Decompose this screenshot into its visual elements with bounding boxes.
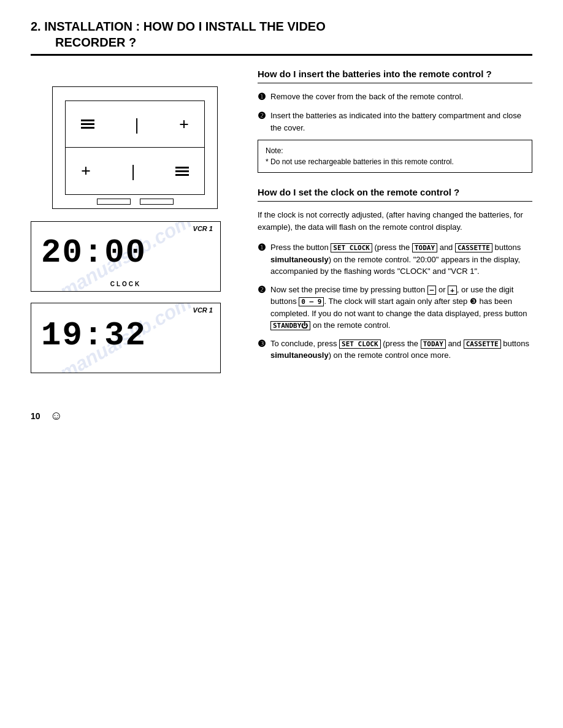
battery-compartment-top: | + [66, 101, 204, 148]
note-box: Note: * Do not use rechargeable batterie… [258, 140, 532, 173]
batteries-heading: How do I insert the batteries into the r… [258, 68, 532, 80]
battery-lines-right [175, 167, 189, 176]
clock-step2-content: Now set the precise time by pressing but… [270, 284, 532, 332]
minus-btn: — [427, 286, 437, 295]
clock-step-3: ❸ To conclude, press SET CLOCK (press th… [258, 338, 532, 362]
step-ref: ❸ [470, 297, 477, 306]
note-title: Note: [266, 146, 283, 155]
vcr-label-1: VCR 1 [193, 225, 213, 232]
batteries-step-2: ❷ Insert the batteries as indicated into… [258, 110, 532, 134]
clock-bottom-label: CLOCK [110, 281, 142, 287]
clock-heading: How do I set the clock on the remote con… [258, 186, 532, 199]
batteries-step-1: ❶ Remove the cover from the back of the … [258, 91, 532, 104]
battery-lines-left [81, 119, 94, 129]
step-num-2: ❷ [258, 109, 266, 134]
clock-time-1: 20:00 [41, 234, 147, 271]
clock-display-1: manualslib.com VCR 1 20:00 CLOCK [31, 221, 221, 292]
header-rule [31, 54, 532, 56]
left-column: | + + | manualslib.co [31, 68, 239, 384]
note-text: * Do not use rechargeable batteries in t… [266, 157, 454, 166]
battery-minus-symbol-2: | [131, 161, 135, 181]
battery-plus-symbol-2: + [81, 161, 91, 181]
batteries-step1-text: Remove the cover from the back of the re… [270, 91, 463, 104]
main-layout: | + + | manualslib.co [31, 68, 532, 384]
clock-display-2: manualslib.com VCR 1 19:32 [31, 303, 221, 373]
clock-time-2: 19:32 [41, 317, 147, 354]
cassette-btn-1: CASSETTE [455, 243, 492, 252]
clock-step-num-3: ❸ [258, 337, 266, 362]
standby-btn: STANDBY⏻ [270, 321, 310, 330]
clock-section: How do I set the clock on the remote con… [258, 186, 532, 362]
battery-minus-symbol: | [135, 115, 139, 134]
step-num-1: ❶ [258, 90, 266, 104]
battery-button-left [97, 199, 131, 205]
today-btn-2: TODAY [421, 339, 446, 349]
clock-rule [258, 201, 532, 202]
simultaneously-2: simultaneously [270, 351, 329, 360]
today-btn-1: TODAY [412, 243, 437, 252]
page-footer: 10 ☺ [31, 409, 532, 423]
battery-diagram: | + + | [52, 86, 218, 209]
digit-btn: 0 – 9 [299, 297, 324, 306]
batteries-rule [258, 83, 532, 83]
clock-step-num-1: ❶ [258, 241, 266, 278]
vcr-label-2: VCR 1 [193, 306, 213, 314]
battery-compartment-bottom: + | [66, 148, 204, 194]
page-header: 2. INSTALLATION : HOW DO I INSTALL THE V… [31, 18, 532, 56]
set-clock-btn-2: SET CLOCK [339, 339, 381, 349]
clock-step-num-2: ❷ [258, 283, 266, 332]
set-clock-btn-1: SET CLOCK [331, 243, 372, 252]
batteries-section: How do I insert the batteries into the r… [258, 68, 532, 173]
plus-btn: + [448, 286, 457, 295]
batteries-step2-text: Insert the batteries as indicated into t… [270, 110, 532, 134]
battery-buttons [53, 199, 217, 205]
clock-step-1: ❶ Press the button SET CLOCK (press the … [258, 241, 532, 278]
page-number: 10 [31, 411, 40, 421]
right-column: How do I insert the batteries into the r… [258, 68, 532, 384]
clock-step-2: ❷ Now set the precise time by pressing b… [258, 284, 532, 332]
battery-button-right [140, 199, 174, 205]
cassette-btn-2: CASSETTE [464, 339, 501, 349]
clock-step1-content: Press the button SET CLOCK (press the TO… [270, 241, 532, 278]
page-title: 2. INSTALLATION : HOW DO I INSTALL THE V… [31, 18, 532, 50]
simultaneously-1: simultaneously [270, 255, 329, 264]
battery-plus-symbol: + [179, 115, 189, 134]
battery-inner: | + + | [65, 100, 205, 195]
clock-step3-content: To conclude, press SET CLOCK (press the … [270, 338, 532, 362]
smiley-icon: ☺ [50, 409, 63, 423]
clock-intro: If the clock is not correctly adjusted, … [258, 209, 532, 235]
